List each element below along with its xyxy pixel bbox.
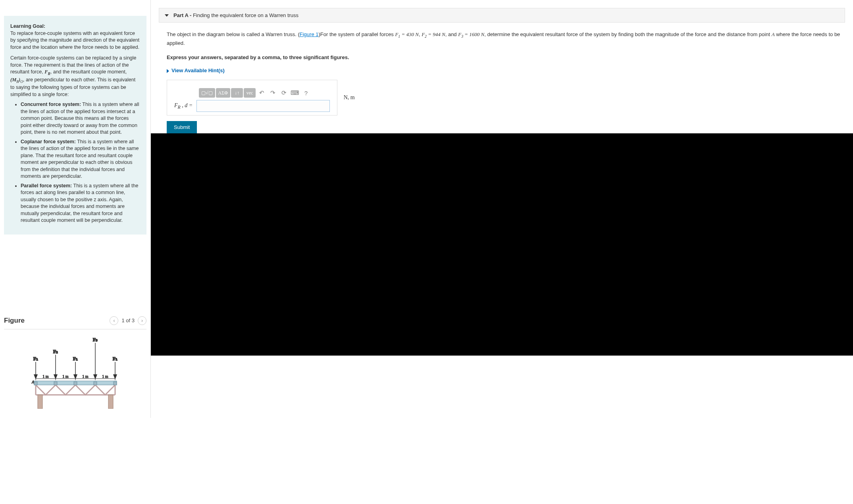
answer-input[interactable] — [196, 100, 330, 112]
force-systems-list: Concurrent force system: This is a syste… — [10, 101, 140, 224]
value-f2: F2 = 944 N — [422, 31, 445, 37]
svg-text:1 m: 1 m — [82, 374, 89, 379]
learning-goal-intro: To replace force-couple systems with an … — [10, 31, 139, 50]
view-hints-link[interactable]: View Available Hint(s) — [171, 67, 225, 73]
reset-button[interactable]: ⟳ — [279, 88, 289, 98]
figure-link[interactable]: Figure 1 — [300, 31, 319, 37]
learning-goal-panel: Learning Goal: To replace force-couple s… — [4, 16, 146, 235]
problem-prompt: The object in the diagram below is calle… — [167, 31, 845, 47]
figure-title: Figure — [4, 317, 25, 325]
answer-panel: ▢√▢ ΑΣΦ ↓↑ vec ↶ ↷ ⟳ ⌨ ? FR , d = — [167, 80, 337, 115]
svg-text:F₁: F₁ — [112, 356, 117, 362]
figure-next-button[interactable]: › — [138, 316, 146, 325]
figure-header: Figure ‹ 1 of 3 › — [4, 314, 146, 329]
answer-instruction: Express your answers, separated by a com… — [167, 54, 845, 62]
list-item: Parallel force system: This is a system … — [21, 183, 140, 224]
part-a-header[interactable]: Part A - Finding the equivalent force on… — [159, 8, 845, 23]
svg-text:F₁: F₁ — [73, 356, 77, 362]
value-f3: F3 = 1600 N — [458, 31, 484, 37]
vec-button[interactable]: vec — [244, 88, 256, 98]
svg-rect-36 — [94, 382, 97, 385]
svg-text:F₁: F₁ — [33, 356, 38, 362]
learning-goal-heading: Learning Goal: — [10, 23, 45, 29]
greek-button[interactable]: ΑΣΦ — [216, 88, 230, 98]
redo-button[interactable]: ↷ — [268, 88, 278, 98]
units-label: N, m — [344, 94, 355, 101]
value-f1: F1 = 430 N — [395, 31, 419, 37]
templates-button[interactable]: ▢√▢ — [199, 88, 215, 98]
svg-rect-38 — [38, 395, 42, 409]
svg-text:1 m: 1 m — [102, 374, 108, 379]
svg-rect-35 — [74, 382, 77, 385]
chevron-down-icon — [165, 14, 169, 17]
svg-text:1 m: 1 m — [42, 374, 49, 379]
equation-toolbar: ▢√▢ ΑΣΦ ↓↑ vec ↶ ↷ ⟳ ⌨ ? — [199, 88, 330, 98]
subsup-button[interactable]: ↓↑ — [231, 88, 243, 98]
svg-rect-33 — [34, 382, 37, 385]
answer-variable-label: FR , d = — [174, 102, 193, 110]
chevron-right-icon — [167, 69, 169, 73]
svg-text:F₃: F₃ — [92, 337, 97, 342]
svg-rect-39 — [108, 395, 113, 409]
svg-text:F₂: F₂ — [53, 349, 58, 354]
submit-button[interactable]: Submit — [167, 121, 197, 133]
svg-rect-37 — [114, 382, 117, 385]
undo-button[interactable]: ↶ — [256, 88, 267, 98]
help-button[interactable]: ? — [301, 88, 311, 98]
svg-text:1 m: 1 m — [62, 374, 69, 379]
list-item: Concurrent force system: This is a syste… — [21, 101, 140, 136]
part-title: Part A - Finding the equivalent force on… — [173, 12, 298, 18]
svg-rect-34 — [54, 382, 57, 385]
figure-diagram: F₃ F₂ F₁ F₁ F₁ — [16, 337, 135, 410]
list-item: Coplanar force system: This is a system … — [21, 139, 140, 180]
learning-goal-para2: Certain force-couple systems can be repl… — [10, 55, 140, 98]
keyboard-button[interactable]: ⌨ — [290, 88, 300, 98]
figure-prev-button[interactable]: ‹ — [110, 316, 118, 325]
figure-counter: 1 of 3 — [121, 317, 135, 323]
obscured-region — [151, 133, 853, 356]
